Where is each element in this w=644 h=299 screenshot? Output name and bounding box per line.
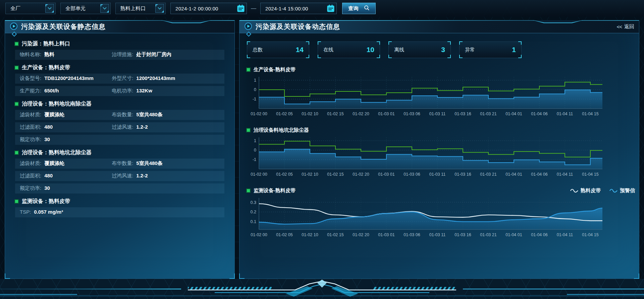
chevron-down-icon[interactable] xyxy=(155,4,164,13)
info-label: 滤袋材质: xyxy=(20,112,41,118)
info-value: 480 xyxy=(44,173,53,178)
source-select-value: 熟料上料口 xyxy=(120,5,146,12)
svg-text:01-04 11: 01-04 11 xyxy=(557,232,573,237)
date-to-input[interactable]: 2024-1-4 15:00:00 xyxy=(260,3,337,14)
chevron-down-icon[interactable] xyxy=(100,4,109,13)
svg-text:01-02 15: 01-02 15 xyxy=(327,112,343,116)
svg-text:01-03 21: 01-03 21 xyxy=(480,232,496,237)
svg-text:01-02 00: 01-02 00 xyxy=(251,112,267,116)
svg-text:01-03 01: 01-03 01 xyxy=(378,172,394,177)
svg-text:01-04 15: 01-04 15 xyxy=(582,172,598,177)
query-button[interactable]: 查询 xyxy=(342,3,376,14)
chevron-down-icon[interactable] xyxy=(45,4,54,13)
chart-title: 生产设备-熟料皮带 xyxy=(254,67,296,73)
calendar-icon[interactable] xyxy=(236,4,245,13)
info-value: 覆膜涤纶 xyxy=(44,112,64,118)
info-label: 布袋数量: xyxy=(112,112,133,118)
diamond-decoration xyxy=(246,32,252,37)
svg-text:01-04 11: 01-04 11 xyxy=(557,172,573,177)
info-value: 1200*204143mm xyxy=(136,75,175,81)
stat-label: 离线 xyxy=(394,47,404,53)
info-label: 额定功率: xyxy=(20,185,41,191)
chart-title: 监测设备-熟料皮带 xyxy=(254,187,296,194)
svg-text:01-04 06: 01-04 06 xyxy=(531,232,547,237)
info-value: 处于封闭厂房内 xyxy=(136,51,171,58)
svg-text:-1: -1 xyxy=(253,97,256,101)
unit-select[interactable]: 全部单元 xyxy=(60,3,111,14)
svg-text:01-02 05: 01-02 05 xyxy=(276,172,292,177)
svg-text:01-03 11: 01-03 11 xyxy=(429,172,445,177)
green-square-icon xyxy=(15,42,18,45)
panel-corner-decoration xyxy=(239,273,245,279)
chevron-double-left-icon: << xyxy=(616,24,622,30)
info-value: 480 xyxy=(44,124,53,130)
static-info-body: 污染源：熟料上料口 物料名称:熟料 治理措施:处于封闭厂房内 生产设备：熟料皮带… xyxy=(5,33,234,222)
green-square-icon xyxy=(247,129,250,132)
green-square-icon xyxy=(247,68,250,71)
green-square-icon xyxy=(247,189,250,192)
svg-text:01-03 21: 01-03 21 xyxy=(480,172,496,177)
green-square-icon xyxy=(15,151,18,154)
svg-text:01-02 00: 01-02 00 xyxy=(251,232,267,237)
calendar-icon[interactable] xyxy=(326,4,335,13)
unit-select-value: 全部单元 xyxy=(65,5,86,12)
stat-value: 14 xyxy=(296,46,304,54)
panel-corner-decoration xyxy=(229,273,235,279)
wave-icon xyxy=(609,188,618,193)
svg-text:01-03 16: 01-03 16 xyxy=(454,172,471,177)
svg-text:01-02 10: 01-02 10 xyxy=(302,232,318,237)
svg-text:01-03 06: 01-03 06 xyxy=(404,172,420,177)
static-info-panel-header: 污染源及关联设备静态信息 xyxy=(5,20,234,33)
date-from-input[interactable]: 2024-1-2 00:00:00 xyxy=(170,3,247,14)
info-label: 设备型号: xyxy=(20,75,41,82)
svg-text:01-04 06: 01-04 06 xyxy=(531,112,547,116)
info-value: 650t/h xyxy=(44,88,59,93)
green-square-icon xyxy=(15,66,18,69)
source-select[interactable]: 熟料上料口 xyxy=(115,3,166,14)
info-row: 额定功率:30 xyxy=(15,183,224,194)
section-header-treatment-equipment-north: 治理设备：熟料地坑北除尘器 xyxy=(15,149,224,156)
green-square-icon xyxy=(15,102,18,105)
svg-text:01-03 01: 01-03 01 xyxy=(378,232,394,237)
info-label: 过滤风速: xyxy=(112,124,133,130)
svg-text:01-03 16: 01-03 16 xyxy=(454,112,471,116)
stat-card-total: 总数 14 xyxy=(247,41,309,58)
info-row: 过滤面积:480 过鸿风速:1.2-2 xyxy=(15,171,224,181)
svg-text:0: 0 xyxy=(254,87,256,92)
header-notch-decoration xyxy=(161,20,212,23)
info-label: 物料名称: xyxy=(20,51,41,58)
info-row: 生产能力:650t/h 电机功率:132Kw xyxy=(15,86,224,96)
svg-text:0.1: 0.1 xyxy=(251,219,256,224)
play-circle-icon xyxy=(10,22,18,32)
dynamic-info-panel-header: 污染源及关联设备动态信息 << 返回 xyxy=(239,20,639,33)
info-row: 滤袋材质:覆膜涤纶 布华数量:5室共480条 xyxy=(15,159,224,169)
svg-text:01-02 15: 01-02 15 xyxy=(327,232,343,237)
legend-item-warning[interactable]: 预警信 xyxy=(609,187,635,194)
info-value: 30 xyxy=(44,185,50,191)
chart-block-treatment: 治理设备料地坑北除尘器 10-101-02 0001-02 0501-02 10… xyxy=(247,126,632,180)
svg-text:01-04 06: 01-04 06 xyxy=(531,172,547,177)
svg-text:1: 1 xyxy=(254,78,256,83)
plant-select[interactable]: 全厂 xyxy=(5,3,56,14)
svg-text:01-02 00: 01-02 00 xyxy=(251,172,267,177)
plant-select-value: 全厂 xyxy=(10,5,20,12)
svg-text:01-02 10: 01-02 10 xyxy=(302,112,318,116)
legend-item-belt[interactable]: 熟料皮带 xyxy=(570,187,601,194)
header-notch-decoration xyxy=(533,20,583,23)
svg-text:01-02 10: 01-02 10 xyxy=(302,172,318,177)
chart-canvas-monitoring: 0.30.20.101-02 0001-02 0501-02 1001-02 1… xyxy=(247,196,612,241)
svg-text:0: 0 xyxy=(254,148,256,153)
svg-text:01-03 01: 01-03 01 xyxy=(378,112,394,116)
panel-corner-decoration xyxy=(5,273,10,279)
info-label: TSP: xyxy=(20,209,31,215)
back-button[interactable]: << 返回 xyxy=(616,20,634,33)
static-info-panel: 污染源及关联设备静态信息 污染源：熟料上料口 物料名称:熟料 治理措施:处于封闭… xyxy=(5,20,235,279)
section-header-production-equipment: 生产设备：熟料皮带 xyxy=(15,64,224,71)
info-label: 额定功率: xyxy=(20,136,41,143)
svg-text:01-03 11: 01-03 11 xyxy=(429,232,445,237)
info-label: 过滤面积: xyxy=(20,173,41,179)
chart-canvas-treatment: 10-101-02 0001-02 0501-02 1001-02 1501-0… xyxy=(247,135,612,180)
dynamic-info-panel-title: 污染源及关联设备动态信息 xyxy=(256,22,340,31)
chart-title: 治理设备料地坑北除尘器 xyxy=(254,127,309,133)
svg-text:01-03 06: 01-03 06 xyxy=(404,112,420,116)
